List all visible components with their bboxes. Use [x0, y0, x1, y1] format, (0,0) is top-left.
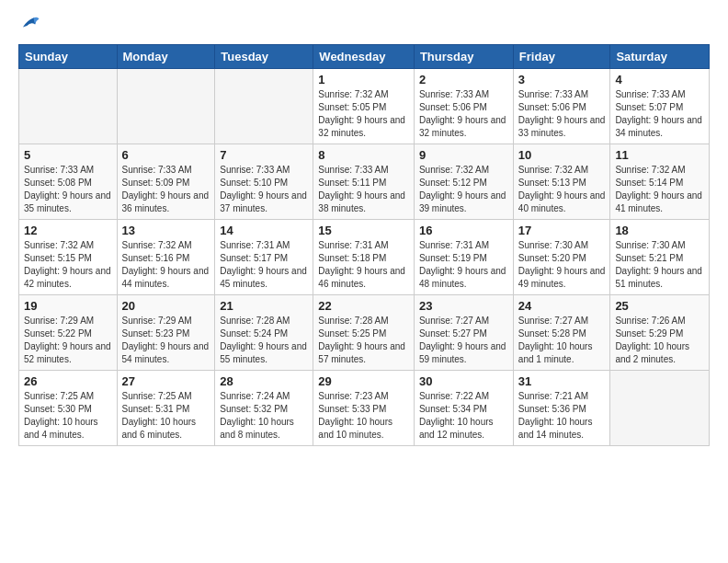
calendar-cell: 17Sunrise: 7:30 AM Sunset: 5:20 PM Dayli… [513, 220, 610, 295]
day-info: Sunrise: 7:25 AM Sunset: 5:30 PM Dayligh… [24, 390, 112, 442]
day-info: Sunrise: 7:32 AM Sunset: 5:14 PM Dayligh… [615, 164, 704, 215]
day-info: Sunrise: 7:25 AM Sunset: 5:31 PM Dayligh… [122, 390, 210, 442]
day-number: 2 [419, 73, 508, 86]
day-info: Sunrise: 7:21 AM Sunset: 5:36 PM Dayligh… [518, 390, 606, 442]
calendar-cell: 31Sunrise: 7:21 AM Sunset: 5:36 PM Dayli… [513, 371, 610, 446]
day-number: 18 [615, 224, 704, 237]
calendar-cell: 22Sunrise: 7:28 AM Sunset: 5:25 PM Dayli… [313, 295, 415, 371]
day-number: 26 [24, 374, 112, 388]
calendar-cell: 28Sunrise: 7:24 AM Sunset: 5:32 PM Dayli… [215, 371, 313, 446]
day-number: 1 [318, 73, 409, 86]
calendar-row-4: 19Sunrise: 7:29 AM Sunset: 5:22 PM Dayli… [19, 295, 710, 371]
calendar-cell: 15Sunrise: 7:31 AM Sunset: 5:18 PM Dayli… [313, 220, 415, 295]
calendar-cell: 5Sunrise: 7:33 AM Sunset: 5:08 PM Daylig… [19, 144, 118, 220]
day-number: 24 [518, 299, 606, 313]
calendar-cell: 7Sunrise: 7:33 AM Sunset: 5:10 PM Daylig… [215, 144, 313, 220]
calendar-cell: 13Sunrise: 7:32 AM Sunset: 5:16 PM Dayli… [117, 220, 215, 295]
day-number: 3 [518, 73, 606, 86]
calendar-cell: 16Sunrise: 7:31 AM Sunset: 5:19 PM Dayli… [414, 220, 513, 295]
day-info: Sunrise: 7:29 AM Sunset: 5:23 PM Dayligh… [122, 315, 210, 366]
calendar-cell: 18Sunrise: 7:30 AM Sunset: 5:21 PM Dayli… [610, 220, 710, 295]
day-info: Sunrise: 7:33 AM Sunset: 5:11 PM Dayligh… [318, 164, 409, 215]
day-info: Sunrise: 7:33 AM Sunset: 5:08 PM Dayligh… [24, 164, 112, 215]
calendar-cell [215, 69, 313, 144]
calendar-cell: 23Sunrise: 7:27 AM Sunset: 5:27 PM Dayli… [414, 295, 513, 371]
day-number: 20 [122, 299, 210, 313]
day-info: Sunrise: 7:29 AM Sunset: 5:22 PM Dayligh… [24, 315, 112, 366]
day-number: 22 [318, 299, 409, 313]
day-info: Sunrise: 7:23 AM Sunset: 5:33 PM Dayligh… [318, 390, 409, 442]
calendar-cell [610, 371, 710, 446]
day-info: Sunrise: 7:33 AM Sunset: 5:06 PM Dayligh… [419, 88, 508, 140]
calendar-cell: 3Sunrise: 7:33 AM Sunset: 5:06 PM Daylig… [513, 69, 610, 144]
calendar-row-5: 26Sunrise: 7:25 AM Sunset: 5:30 PM Dayli… [19, 371, 710, 446]
day-number: 28 [220, 374, 308, 388]
day-info: Sunrise: 7:32 AM Sunset: 5:12 PM Dayligh… [419, 164, 508, 215]
day-number: 21 [220, 299, 308, 313]
calendar-cell: 9Sunrise: 7:32 AM Sunset: 5:12 PM Daylig… [414, 144, 513, 220]
weekday-header-tuesday: Tuesday [215, 45, 313, 69]
calendar-table: SundayMondayTuesdayWednesdayThursdayFrid… [18, 44, 710, 446]
calendar-cell: 8Sunrise: 7:33 AM Sunset: 5:11 PM Daylig… [313, 144, 415, 220]
day-number: 10 [518, 148, 606, 162]
day-info: Sunrise: 7:32 AM Sunset: 5:05 PM Dayligh… [318, 88, 409, 140]
day-number: 17 [518, 224, 606, 237]
day-number: 27 [122, 374, 210, 388]
calendar-row-2: 5Sunrise: 7:33 AM Sunset: 5:08 PM Daylig… [19, 144, 710, 220]
calendar-cell: 2Sunrise: 7:33 AM Sunset: 5:06 PM Daylig… [414, 69, 513, 144]
day-number: 31 [518, 374, 606, 388]
calendar-cell: 29Sunrise: 7:23 AM Sunset: 5:33 PM Dayli… [313, 371, 415, 446]
day-info: Sunrise: 7:27 AM Sunset: 5:27 PM Dayligh… [419, 315, 508, 366]
calendar-cell: 10Sunrise: 7:32 AM Sunset: 5:13 PM Dayli… [513, 144, 610, 220]
day-info: Sunrise: 7:33 AM Sunset: 5:07 PM Dayligh… [615, 88, 704, 140]
calendar-cell: 24Sunrise: 7:27 AM Sunset: 5:28 PM Dayli… [513, 295, 610, 371]
day-info: Sunrise: 7:27 AM Sunset: 5:28 PM Dayligh… [518, 315, 606, 366]
logo [18, 15, 40, 35]
day-info: Sunrise: 7:30 AM Sunset: 5:20 PM Dayligh… [518, 239, 606, 291]
day-info: Sunrise: 7:33 AM Sunset: 5:10 PM Dayligh… [220, 164, 308, 215]
day-number: 5 [24, 148, 112, 162]
day-info: Sunrise: 7:30 AM Sunset: 5:21 PM Dayligh… [615, 239, 704, 291]
calendar-cell: 26Sunrise: 7:25 AM Sunset: 5:30 PM Dayli… [19, 371, 118, 446]
day-number: 23 [419, 299, 508, 313]
day-number: 11 [615, 148, 704, 162]
calendar-cell [117, 69, 215, 144]
day-number: 14 [220, 224, 308, 237]
logo-bird-icon [20, 13, 40, 33]
calendar-cell: 1Sunrise: 7:32 AM Sunset: 5:05 PM Daylig… [313, 69, 415, 144]
header [18, 15, 710, 35]
calendar-cell: 30Sunrise: 7:22 AM Sunset: 5:34 PM Dayli… [414, 371, 513, 446]
calendar-row-3: 12Sunrise: 7:32 AM Sunset: 5:15 PM Dayli… [19, 220, 710, 295]
day-info: Sunrise: 7:28 AM Sunset: 5:25 PM Dayligh… [318, 315, 409, 366]
day-number: 15 [318, 224, 409, 237]
day-info: Sunrise: 7:32 AM Sunset: 5:16 PM Dayligh… [122, 239, 210, 291]
day-number: 7 [220, 148, 308, 162]
day-info: Sunrise: 7:33 AM Sunset: 5:09 PM Dayligh… [122, 164, 210, 215]
day-number: 12 [24, 224, 112, 237]
day-number: 4 [615, 73, 704, 86]
calendar-cell: 12Sunrise: 7:32 AM Sunset: 5:15 PM Dayli… [19, 220, 118, 295]
day-number: 30 [419, 374, 508, 388]
weekday-header-monday: Monday [117, 45, 215, 69]
calendar-cell: 4Sunrise: 7:33 AM Sunset: 5:07 PM Daylig… [610, 69, 710, 144]
calendar-cell: 14Sunrise: 7:31 AM Sunset: 5:17 PM Dayli… [215, 220, 313, 295]
calendar-cell: 11Sunrise: 7:32 AM Sunset: 5:14 PM Dayli… [610, 144, 710, 220]
day-number: 25 [615, 299, 704, 313]
page: SundayMondayTuesdayWednesdayThursdayFrid… [0, 0, 728, 563]
day-info: Sunrise: 7:31 AM Sunset: 5:17 PM Dayligh… [220, 239, 308, 291]
day-number: 19 [24, 299, 112, 313]
weekday-header-saturday: Saturday [610, 45, 710, 69]
day-info: Sunrise: 7:26 AM Sunset: 5:29 PM Dayligh… [615, 315, 704, 366]
day-info: Sunrise: 7:22 AM Sunset: 5:34 PM Dayligh… [419, 390, 508, 442]
calendar-cell: 20Sunrise: 7:29 AM Sunset: 5:23 PM Dayli… [117, 295, 215, 371]
day-number: 9 [419, 148, 508, 162]
day-info: Sunrise: 7:28 AM Sunset: 5:24 PM Dayligh… [220, 315, 308, 366]
weekday-header-sunday: Sunday [19, 45, 118, 69]
day-number: 29 [318, 374, 409, 388]
weekday-header-wednesday: Wednesday [313, 45, 415, 69]
day-info: Sunrise: 7:31 AM Sunset: 5:18 PM Dayligh… [318, 239, 409, 291]
calendar-cell: 21Sunrise: 7:28 AM Sunset: 5:24 PM Dayli… [215, 295, 313, 371]
weekday-header-friday: Friday [513, 45, 610, 69]
calendar-row-1: 1Sunrise: 7:32 AM Sunset: 5:05 PM Daylig… [19, 69, 710, 144]
weekday-header-thursday: Thursday [414, 45, 513, 69]
